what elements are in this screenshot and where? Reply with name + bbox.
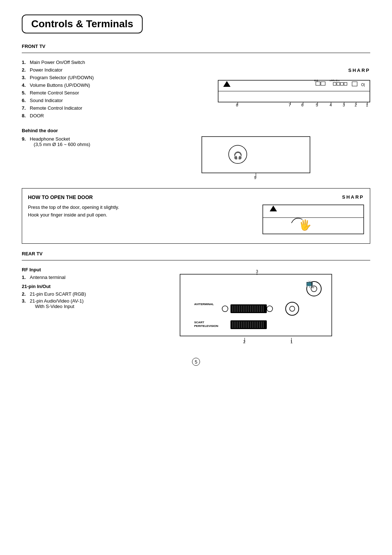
svg-text:4: 4 bbox=[330, 103, 332, 107]
list-item: 1. Main Power On/Off Switch bbox=[22, 60, 131, 65]
list-item: 6. Sound Indicator bbox=[22, 98, 131, 103]
how-to-open-right: SHARP 🖐 bbox=[151, 194, 364, 238]
svg-text:PERITELEVISION: PERITELEVISION bbox=[194, 324, 218, 328]
svg-point-66 bbox=[267, 306, 273, 312]
svg-text:⊕⊕: ⊕⊕ bbox=[314, 79, 318, 82]
svg-rect-9 bbox=[352, 82, 357, 86]
svg-text:2: 2 bbox=[355, 103, 357, 107]
rear-tv-diagram: 3 ⊓⊔ 📺 AVITERMINAL bbox=[180, 267, 332, 347]
svg-rect-4 bbox=[321, 82, 325, 85]
sharp-logo-2: SHARP bbox=[342, 194, 364, 200]
list-item: 4. Volume Buttons (UP/DOWN) bbox=[22, 82, 131, 88]
svg-text:O|: O| bbox=[361, 83, 365, 87]
svg-rect-34 bbox=[263, 205, 364, 234]
how-to-open-section: HOW TO OPEN THE DOOR Press the top of th… bbox=[22, 188, 370, 244]
rear-tv-section: REAR TV RF Input 1. Antenna terminal 21-… bbox=[22, 251, 370, 347]
svg-rect-5 bbox=[333, 82, 336, 85]
front-tv-list: 1. Main Power On/Off Switch 2. Power Ind… bbox=[22, 60, 131, 121]
rear-tv-header: REAR TV bbox=[22, 251, 370, 256]
svg-rect-7 bbox=[340, 82, 343, 85]
sharp-logo: SHARP bbox=[348, 68, 370, 73]
svg-point-67 bbox=[286, 302, 299, 315]
list-item: 3. Program Selector (UP/DOWN) bbox=[22, 75, 131, 80]
svg-rect-3 bbox=[316, 82, 320, 85]
front-tv-items: 1. Main Power On/Off Switch 2. Power Ind… bbox=[22, 60, 131, 118]
pin-in-out-header: 21-pin In/Out bbox=[22, 284, 131, 289]
svg-point-68 bbox=[290, 306, 295, 311]
rear-tv-diagram-area: 3 ⊓⊔ 📺 AVITERMINAL bbox=[142, 267, 370, 347]
front-tv-diagram: O| ⊕⊕ ∨44∨⊕∧ 8 7 6 5 4 3 2 1 bbox=[218, 77, 370, 113]
svg-text:3: 3 bbox=[343, 103, 345, 107]
page-number: 5 bbox=[192, 358, 200, 366]
svg-rect-8 bbox=[344, 82, 347, 85]
front-tv-header: FRONT TV bbox=[22, 44, 370, 49]
how-to-open-text: Press the top of the door, opening it sl… bbox=[28, 204, 144, 219]
behind-door-list: 9. Headphone Socket (3,5 mm Ø 16 ~ 600 o… bbox=[22, 136, 131, 147]
svg-text:1: 1 bbox=[366, 103, 368, 107]
svg-text:🖐: 🖐 bbox=[299, 219, 311, 231]
svg-text:∨44∨⊕∧: ∨44∨⊕∧ bbox=[329, 79, 340, 82]
list-item: 9. Headphone Socket (3,5 mm Ø 16 ~ 600 o… bbox=[22, 136, 131, 147]
svg-marker-36 bbox=[270, 206, 277, 211]
list-item: 2. 21-pin Euro SCART (RGB) bbox=[22, 291, 131, 297]
behind-door-section: Behind the door 9. Headphone Socket (3,5… bbox=[22, 128, 370, 181]
rear-tv-list: RF Input 1. Antenna terminal 21-pin In/O… bbox=[22, 267, 131, 309]
front-tv-diagram-area: SHARP O| bbox=[142, 60, 370, 121]
behind-door-diagram: 🎧 9 bbox=[142, 136, 370, 181]
svg-text:SCART: SCART bbox=[194, 321, 204, 324]
how-to-open-title: HOW TO OPEN THE DOOR bbox=[28, 194, 144, 200]
how-to-open-diagram: 🖐 bbox=[262, 201, 364, 238]
rf-input-header: RF Input bbox=[22, 267, 131, 272]
svg-point-46 bbox=[222, 306, 228, 312]
behind-door-header: Behind the door bbox=[22, 128, 370, 133]
page-title: Controls & Terminals bbox=[22, 15, 143, 33]
svg-rect-6 bbox=[337, 82, 340, 85]
svg-rect-29 bbox=[202, 137, 310, 173]
page-number-area: 5 bbox=[22, 358, 370, 366]
svg-text:2: 2 bbox=[243, 340, 245, 344]
list-item: 8. DOOR bbox=[22, 113, 131, 118]
list-item: 5. Remote Control Sensor bbox=[22, 90, 131, 96]
svg-text:AVITERMINAL: AVITERMINAL bbox=[194, 303, 214, 306]
svg-marker-2 bbox=[223, 81, 230, 87]
list-item: 2. Power Indicator bbox=[22, 67, 131, 73]
how-to-open-left: HOW TO OPEN THE DOOR Press the top of th… bbox=[28, 194, 144, 238]
svg-text:🎧: 🎧 bbox=[233, 151, 242, 160]
svg-text:3: 3 bbox=[256, 269, 258, 274]
list-item: 7. Remote Control Indicator bbox=[22, 105, 131, 111]
svg-text:📺: 📺 bbox=[306, 280, 313, 287]
front-tv-section: FRONT TV 1. Main Power On/Off Switch 2. … bbox=[22, 44, 370, 121]
list-item: 3. 21-pin Audio/Video (AV-1) With S-Vide… bbox=[22, 298, 131, 309]
behind-door-svg: 🎧 9 bbox=[201, 136, 310, 180]
list-item: 1. Antenna terminal bbox=[22, 275, 131, 280]
